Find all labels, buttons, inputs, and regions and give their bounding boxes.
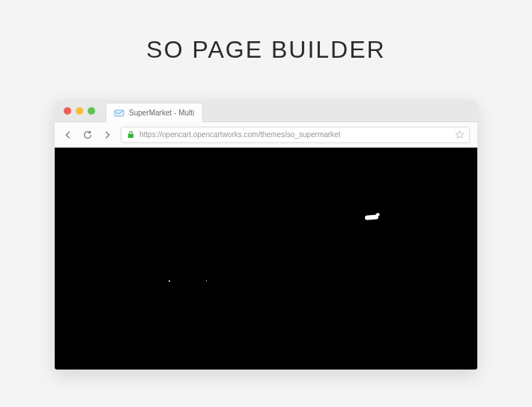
content-fragment bbox=[206, 280, 207, 281]
url-text: https://opencart.opencartworks.com/theme… bbox=[139, 130, 340, 139]
reload-icon[interactable] bbox=[82, 129, 94, 141]
page-title: SO PAGE BUILDER bbox=[0, 0, 532, 64]
browser-tabbar: SuperMarket - Multi bbox=[55, 100, 477, 122]
content-fragment bbox=[365, 214, 378, 220]
svg-rect-1 bbox=[127, 134, 133, 139]
browser-tab[interactable]: SuperMarket - Multi bbox=[106, 103, 203, 122]
address-bar[interactable]: https://opencart.opencartworks.com/theme… bbox=[121, 127, 470, 143]
forward-icon[interactable] bbox=[101, 129, 113, 141]
bookmark-star-icon[interactable] bbox=[454, 130, 465, 140]
browser-window: SuperMarket - Multi bbox=[55, 100, 477, 370]
window-maximize-button[interactable] bbox=[88, 107, 95, 115]
back-icon[interactable] bbox=[62, 129, 74, 141]
window-minimize-button[interactable] bbox=[76, 107, 83, 115]
tab-title: SuperMarket - Multi bbox=[129, 109, 194, 117]
browser-toolbar: https://opencart.opencartworks.com/theme… bbox=[55, 122, 477, 148]
lock-icon bbox=[126, 130, 135, 139]
traffic-lights bbox=[64, 107, 95, 115]
window-close-button[interactable] bbox=[64, 107, 71, 115]
page-viewport bbox=[55, 148, 477, 370]
content-fragment bbox=[169, 280, 170, 282]
tab-favicon-icon bbox=[114, 108, 124, 118]
